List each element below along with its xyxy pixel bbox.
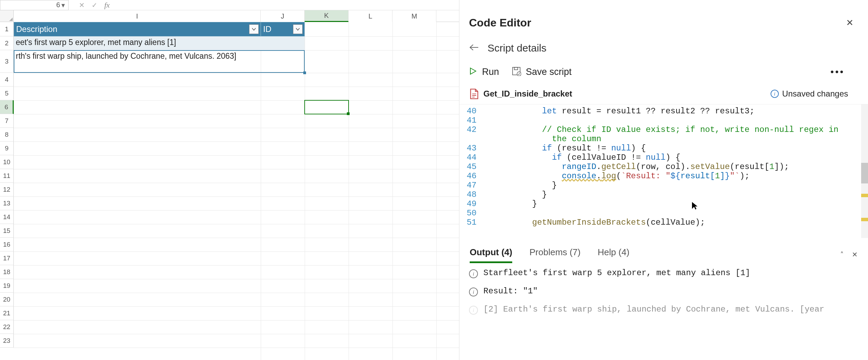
output-line: i [2] Earth's first warp ship, launched … (469, 305, 858, 315)
scrollbar-thumb[interactable] (861, 163, 868, 183)
scrollbar-marker (861, 218, 868, 221)
row-header-3[interactable]: 3 (0, 50, 14, 73)
fill-handle[interactable] (347, 112, 350, 115)
row-header-6[interactable]: 6 (0, 100, 14, 114)
cells-area[interactable]: Description ID eet's first warp 5 explor… (14, 22, 459, 360)
row-header-2[interactable]: 2 (0, 36, 14, 50)
collapse-output-icon[interactable]: ˄ (840, 250, 844, 259)
output-body: i Starfleet's first warp 5 explorer, met… (459, 262, 868, 329)
row-header-1[interactable]: 1 (0, 22, 14, 36)
fx-icon[interactable]: fx (104, 1, 110, 10)
cell-description-row2-text: eet's first warp 5 explorer, met many al… (16, 37, 176, 47)
spreadsheet-grid: IJKLM 1234567891011121314151617181920212… (0, 10, 459, 360)
column-header-L[interactable]: L (349, 10, 392, 22)
row-header-10[interactable]: 10 (0, 155, 14, 169)
column-header-I[interactable]: I (14, 10, 261, 22)
column-header-K[interactable]: K (305, 10, 349, 22)
column-header-description-label: Description (16, 24, 57, 34)
close-output-icon[interactable]: ✕ (852, 250, 858, 259)
row-header-20[interactable]: 20 (0, 293, 14, 306)
svg-rect-1 (514, 67, 518, 70)
row-header-12[interactable]: 12 (0, 183, 14, 196)
select-all-cell[interactable] (0, 10, 14, 22)
tab-problems[interactable]: Problems (7) (529, 247, 580, 262)
output-line: i Starfleet's first warp 5 explorer, met… (469, 268, 858, 278)
output-text: [2] Earth's first warp ship, launched by… (483, 305, 858, 314)
script-file-name: Get_ID_inside_bracket (483, 89, 572, 99)
row-header-9[interactable]: 9 (0, 142, 14, 155)
info-icon: i (469, 269, 478, 278)
script-file-icon (469, 88, 479, 99)
unsaved-changes-label: Unsaved changes (782, 89, 848, 99)
row-header-21[interactable]: 21 (0, 306, 14, 320)
script-details-title: Script details (488, 42, 547, 54)
name-box-value: 6 (56, 1, 60, 9)
tab-help[interactable]: Help (4) (598, 247, 630, 262)
row-headers: 1234567891011121314151617181920212223 (0, 22, 14, 360)
active-cell[interactable] (304, 100, 349, 114)
play-icon (469, 67, 477, 76)
tab-output[interactable]: Output (4) (470, 247, 512, 262)
run-label: Run (482, 67, 499, 77)
svg-point-2 (517, 72, 521, 76)
row-header-4[interactable]: 4 (0, 73, 14, 87)
row-header-18[interactable]: 18 (0, 265, 14, 279)
scrollbar-marker (861, 194, 868, 197)
run-button[interactable]: Run (469, 67, 499, 77)
row-header-19[interactable]: 19 (0, 279, 14, 293)
name-box[interactable]: 6 ▾ (0, 0, 69, 10)
column-header-id-label: ID (263, 24, 271, 34)
info-icon: i (771, 90, 779, 98)
save-script-button[interactable]: Save script (512, 66, 572, 77)
row-3-fill-handle[interactable] (303, 71, 306, 74)
name-box-dropdown-icon[interactable]: ▾ (60, 1, 66, 9)
column-headers: IJKLM (14, 10, 459, 22)
row-header-11[interactable]: 11 (0, 169, 14, 183)
row-header-17[interactable]: 17 (0, 251, 14, 265)
cell-description-row2[interactable]: eet's first warp 5 explorer, met many al… (14, 36, 261, 50)
code-editor-panel: Code Editor ✕ Script details Run Sa (459, 0, 868, 360)
more-options-icon[interactable]: ••• (831, 66, 858, 77)
confirm-icon[interactable]: ✓ (92, 1, 97, 9)
column-header-description[interactable]: Description (14, 22, 261, 36)
row-3-selection-box (14, 50, 305, 73)
output-line: i Result: "1" (469, 286, 858, 296)
info-icon: i (469, 288, 478, 296)
panel-title: Code Editor (469, 16, 531, 29)
output-text: Result: "1" (483, 286, 858, 296)
row-header-7[interactable]: 7 (0, 114, 14, 128)
output-tabs: Output (4) Problems (7) Help (4) ˄ ✕ (459, 238, 868, 262)
column-header-M[interactable]: M (392, 10, 436, 22)
close-icon[interactable]: ✕ (846, 18, 854, 28)
cancel-icon[interactable]: ✕ (79, 1, 85, 9)
id-filter-dropdown[interactable] (293, 24, 303, 34)
back-arrow-icon[interactable] (469, 44, 479, 52)
save-icon (512, 66, 521, 77)
row-header-13[interactable]: 13 (0, 196, 14, 210)
info-icon: i (469, 306, 478, 315)
row-header-22[interactable]: 22 (0, 320, 14, 334)
description-filter-dropdown[interactable] (249, 24, 259, 34)
save-label: Save script (526, 67, 572, 77)
output-text: Starfleet's first warp 5 explorer, met m… (483, 268, 858, 278)
row-header-8[interactable]: 8 (0, 128, 14, 142)
row-header-15[interactable]: 15 (0, 224, 14, 238)
row-header-23[interactable]: 23 (0, 334, 14, 348)
column-header-J[interactable]: J (261, 10, 305, 22)
row-header-5[interactable]: 5 (0, 87, 14, 100)
code-scrollbar[interactable] (861, 104, 868, 238)
row-header-16[interactable]: 16 (0, 238, 14, 251)
code-editor-body[interactable]: 40 let result = result1 ?? result2 ?? re… (459, 104, 868, 238)
row-header-14[interactable]: 14 (0, 210, 14, 224)
